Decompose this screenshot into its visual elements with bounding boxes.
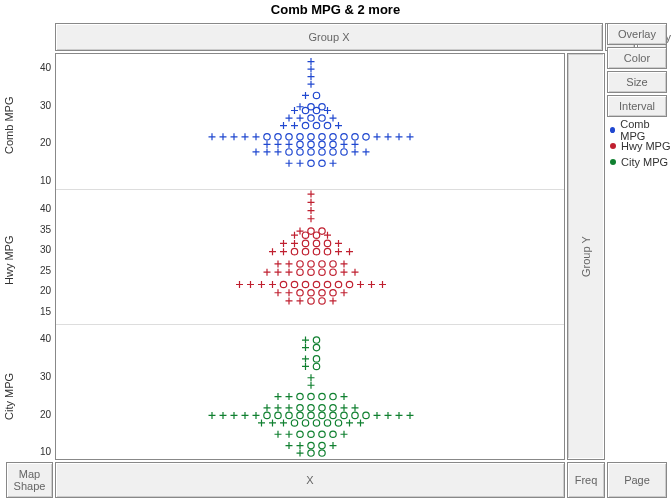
ylabel-comb: Comb MPG	[3, 85, 15, 165]
svg-point-60	[302, 232, 308, 238]
svg-point-43	[335, 281, 341, 287]
svg-point-64	[308, 450, 314, 456]
freq-label: Freq	[575, 474, 598, 486]
svg-point-44	[346, 281, 352, 287]
y-tick: 30	[33, 244, 51, 255]
marks-city	[56, 325, 566, 461]
svg-point-66	[308, 443, 314, 449]
page-label: Page	[624, 474, 650, 486]
svg-point-85	[352, 412, 358, 418]
svg-point-59	[324, 240, 330, 246]
svg-point-77	[264, 412, 270, 418]
legend-item: Comb MPG	[610, 122, 671, 138]
svg-point-70	[319, 431, 325, 437]
svg-point-28	[313, 107, 319, 113]
legend-item: Hwy MPG	[610, 138, 671, 154]
svg-point-54	[302, 248, 308, 254]
svg-point-9	[308, 141, 314, 147]
y-tick: 10	[33, 175, 51, 186]
svg-point-83	[330, 412, 336, 418]
svg-point-20	[352, 134, 358, 140]
svg-point-42	[324, 281, 330, 287]
svg-point-74	[313, 420, 319, 426]
svg-point-86	[363, 412, 369, 418]
svg-point-93	[319, 394, 325, 400]
svg-point-68	[297, 431, 303, 437]
page-zone[interactable]: Page	[607, 462, 667, 498]
svg-point-25	[308, 115, 314, 121]
svg-point-73	[302, 420, 308, 426]
svg-point-75	[324, 420, 330, 426]
legend: Comb MPG Hwy MPG City MPG	[610, 122, 671, 170]
y-tick: 20	[33, 137, 51, 148]
group-y-label: Group Y	[580, 236, 592, 277]
svg-point-1	[319, 160, 325, 166]
svg-point-67	[319, 443, 325, 449]
facet-city	[56, 325, 564, 461]
x-label: X	[306, 474, 313, 486]
svg-point-71	[330, 431, 336, 437]
svg-point-8	[297, 141, 303, 147]
svg-point-80	[297, 412, 303, 418]
svg-point-12	[264, 134, 270, 140]
ylabel-city: City MPG	[3, 356, 15, 436]
svg-point-31	[313, 92, 319, 98]
svg-point-40	[302, 281, 308, 287]
svg-point-57	[302, 240, 308, 246]
svg-point-15	[297, 134, 303, 140]
svg-point-58	[313, 240, 319, 246]
map-shape-label: Map Shape	[7, 468, 52, 492]
legend-item: City MPG	[610, 154, 671, 170]
legend-dot-icon	[610, 143, 616, 149]
color-zone[interactable]: Color	[607, 47, 667, 69]
svg-point-47	[319, 269, 325, 275]
svg-point-18	[330, 134, 336, 140]
y-tick: 40	[33, 62, 51, 73]
legend-label: Hwy MPG	[621, 140, 671, 152]
svg-point-22	[302, 122, 308, 128]
svg-point-41	[313, 281, 319, 287]
svg-point-48	[330, 269, 336, 275]
svg-point-65	[319, 450, 325, 456]
svg-point-46	[308, 269, 314, 275]
group-y-zone[interactable]: Group Y	[567, 53, 605, 460]
svg-point-81	[308, 412, 314, 418]
group-x-zone[interactable]: Group X	[55, 23, 603, 51]
svg-point-24	[324, 122, 330, 128]
svg-point-87	[297, 405, 303, 411]
svg-point-84	[341, 412, 347, 418]
y-tick: 40	[33, 203, 51, 214]
svg-point-90	[330, 405, 336, 411]
legend-label: Comb MPG	[620, 118, 671, 142]
overlay-zone-real[interactable]: Overlay	[607, 23, 667, 45]
svg-point-21	[363, 134, 369, 140]
svg-point-3	[297, 149, 303, 155]
svg-point-94	[330, 394, 336, 400]
svg-point-62	[308, 227, 314, 233]
svg-point-92	[308, 394, 314, 400]
freq-zone[interactable]: Freq	[567, 462, 605, 498]
svg-point-2	[286, 149, 292, 155]
svg-point-88	[308, 405, 314, 411]
svg-point-10	[319, 141, 325, 147]
svg-point-72	[291, 420, 297, 426]
svg-point-69	[308, 431, 314, 437]
svg-point-96	[313, 356, 319, 362]
svg-point-35	[308, 289, 314, 295]
svg-point-5	[319, 149, 325, 155]
y-tick: 25	[33, 265, 51, 276]
ylabel-hwy: Hwy MPG	[3, 220, 15, 300]
map-shape-zone[interactable]: Map Shape	[6, 462, 53, 498]
size-zone[interactable]: Size	[607, 71, 667, 93]
svg-point-17	[319, 134, 325, 140]
svg-point-79	[286, 412, 292, 418]
svg-point-95	[313, 363, 319, 369]
facet-hwy	[56, 190, 564, 326]
marks-hwy	[56, 190, 566, 326]
interval-zone[interactable]: Interval	[607, 95, 667, 117]
x-zone[interactable]: X	[55, 462, 565, 498]
y-tick: 20	[33, 409, 51, 420]
svg-point-39	[291, 281, 297, 287]
group-x-label: Group X	[309, 31, 350, 43]
svg-point-61	[313, 232, 319, 238]
